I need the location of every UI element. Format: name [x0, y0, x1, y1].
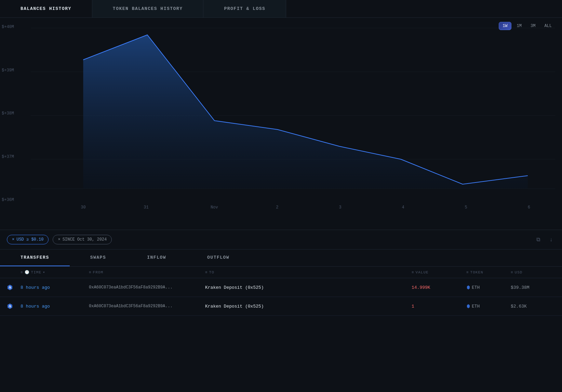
from-label: FROM: [93, 270, 103, 274]
filter-icon-value: ≡: [412, 270, 414, 274]
filters-row: × USD ≥ $0.10 × SINCE Oct 30, 2024 ⧉ ↓: [0, 230, 562, 249]
y-label-39m: $+39M: [2, 68, 17, 73]
x-label-6: 6: [528, 205, 530, 210]
cell-to-1: Kraken Deposit (0x525): [205, 304, 335, 309]
y-label-37m: $+37M: [2, 154, 17, 159]
copy-button[interactable]: ⧉: [534, 235, 543, 244]
sort-icon-time: ▾: [43, 270, 45, 274]
time-filter-all[interactable]: ALL: [541, 22, 555, 30]
time-filter-1w[interactable]: 1W: [499, 22, 511, 30]
table-tab-swaps[interactable]: SWAPS: [70, 249, 127, 266]
col-header-token[interactable]: ≡ TOKEN: [466, 270, 511, 274]
x-label-31: 31: [144, 205, 148, 210]
table-tabs: TRANSFERS SWAPS INFLOW OUTFLOW: [0, 249, 562, 267]
y-label-38m: $+38M: [2, 111, 17, 116]
filter-usd-remove[interactable]: ×: [12, 237, 14, 242]
cell-usd-1: $2.63K: [511, 304, 555, 309]
filter-since-label: SINCE Oct 30, 2024: [63, 237, 107, 242]
col-header-usd[interactable]: ≡ USD: [511, 270, 555, 274]
filter-usd-label: USD ≥ $0.10: [16, 237, 43, 242]
cell-from-0: 0xA60C073eaA1bdC3F56aF8a9292B9A...: [89, 285, 205, 290]
svg-marker-17: [467, 304, 470, 308]
cell-time-1: 8 hours ago: [21, 304, 89, 309]
x-label-5: 5: [465, 205, 467, 210]
download-button[interactable]: ↓: [547, 235, 555, 244]
row-chain-icon-0: [7, 284, 21, 290]
filter-since-remove[interactable]: ×: [58, 237, 60, 242]
cell-from-1: 0xA60C073eaA1bdC3F56aF8a9292B9A...: [89, 304, 205, 309]
filter-icon-to: ≡: [205, 270, 208, 274]
x-axis: 30 31 Nov 2 3 4 5 6: [31, 202, 555, 216]
tab-token-balances-history[interactable]: TOKEN BALANCES HISTORY: [92, 0, 204, 17]
cell-value-1: 1: [412, 304, 466, 309]
table-row: 8 hours ago 0xA60C073eaA1bdC3F56aF8a9292…: [0, 278, 562, 297]
chart-container: 1W 1M 3M ALL $+40M $+39M $+38M $+37M $+3…: [0, 18, 562, 230]
y-label-40m: $+40M: [2, 25, 17, 29]
filter-usd[interactable]: × USD ≥ $0.10: [7, 235, 49, 244]
table-area: TRANSFERS SWAPS INFLOW OUTFLOW ≡ 🕐 TIME …: [0, 249, 562, 316]
chart-svg: [31, 25, 555, 202]
cell-token-1: ETH: [466, 304, 511, 309]
svg-marker-5: [83, 35, 527, 189]
table-tab-outflow[interactable]: OUTFLOW: [187, 249, 250, 266]
col-header-time[interactable]: ≡ 🕐 TIME ▾: [21, 270, 89, 274]
cell-to-0: Kraken Deposit (0x525): [205, 285, 335, 290]
x-label-2: 2: [276, 205, 278, 210]
row-chain-icon-1: [7, 303, 21, 309]
clock-icon: 🕐: [25, 270, 30, 274]
filter-icon-token: ≡: [466, 270, 469, 274]
y-axis: $+40M $+39M $+38M $+37M $+36M: [2, 25, 17, 202]
time-label: TIME: [31, 270, 41, 274]
y-label-36m: $+36M: [2, 198, 17, 202]
tab-balances-history[interactable]: BALANCES HISTORY: [0, 0, 92, 17]
column-headers: ≡ 🕐 TIME ▾ ≡ FROM ≡ TO ≡ VALUE ≡ TOKEN ≡…: [0, 267, 562, 278]
filter-icon-time: ≡: [21, 270, 23, 274]
main-tabs: BALANCES HISTORY TOKEN BALANCES HISTORY …: [0, 0, 562, 18]
col-header-value[interactable]: ≡ VALUE: [412, 270, 466, 274]
cell-usd-0: $39.38M: [511, 285, 555, 290]
value-label: VALUE: [416, 270, 429, 274]
table-tab-inflow[interactable]: INFLOW: [126, 249, 187, 266]
to-label: TO: [209, 270, 214, 274]
table-tab-transfers[interactable]: TRANSFERS: [0, 249, 70, 266]
filter-since[interactable]: × SINCE Oct 30, 2024: [53, 235, 112, 244]
filter-icon-from: ≡: [89, 270, 92, 274]
x-label-4: 4: [402, 205, 404, 210]
time-filter-1m[interactable]: 1M: [513, 22, 525, 30]
col-header-to[interactable]: ≡ TO: [205, 270, 335, 274]
chart-inner: $+40M $+39M $+38M $+37M $+36M: [31, 25, 555, 216]
svg-marker-11: [467, 285, 470, 289]
col-header-from[interactable]: ≡ FROM: [89, 270, 205, 274]
cell-value-0: 14.999K: [412, 285, 466, 290]
x-label-30: 30: [81, 205, 85, 210]
filter-icon-usd: ≡: [511, 270, 513, 274]
time-filter-3m[interactable]: 3M: [527, 22, 539, 30]
cell-token-0: ETH: [466, 285, 511, 290]
cell-time-0: 8 hours ago: [21, 285, 89, 290]
x-label-nov: Nov: [211, 205, 218, 210]
usd-label: USD: [515, 270, 523, 274]
tab-profit-loss[interactable]: PROFIT & LOSS: [203, 0, 286, 17]
token-label: TOKEN: [470, 270, 483, 274]
table-row: 8 hours ago 0xA60C073eaA1bdC3F56aF8a9292…: [0, 297, 562, 316]
time-filters: 1W 1M 3M ALL: [499, 22, 555, 30]
x-label-3: 3: [339, 205, 341, 210]
